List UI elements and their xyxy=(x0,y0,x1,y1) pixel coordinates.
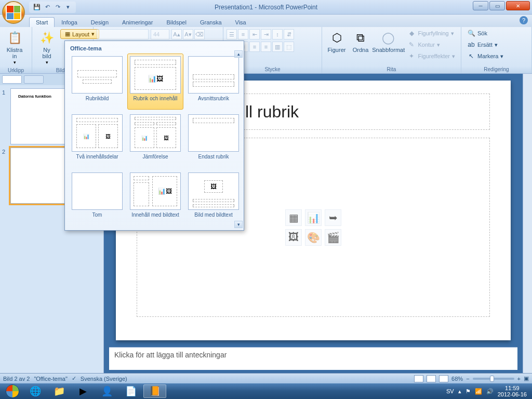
taskbar-powerpoint[interactable]: 📙 xyxy=(143,384,166,398)
qat-save[interactable]: 💾 xyxy=(32,3,42,12)
minimize-button[interactable]: ─ xyxy=(473,1,488,10)
smartart-button[interactable]: ⬚ xyxy=(284,42,294,52)
gallery-heading: Office-tema xyxy=(67,43,242,54)
office-button[interactable] xyxy=(2,1,25,24)
columns-button[interactable]: ▥ xyxy=(272,42,283,52)
font-family-select[interactable] xyxy=(97,29,149,39)
select-button[interactable]: ↖Markera▾ xyxy=(464,51,506,61)
quickstyles-icon: ◯ xyxy=(380,30,397,46)
gallery-item-label: Jämförelse xyxy=(143,154,168,165)
shape-fill-button[interactable]: ◆Figurfyllning▾ xyxy=(405,28,458,38)
shape-outline-button[interactable]: ✎Kontur▾ xyxy=(405,39,458,50)
qat-undo[interactable]: ↶ xyxy=(43,3,52,12)
tray-volume-icon[interactable]: 🔊 xyxy=(486,388,494,395)
insert-picture-icon[interactable]: 🖼 xyxy=(285,229,302,246)
status-slide: Bild 2 av 2 xyxy=(3,376,30,382)
quick-access-toolbar: 💾 ↶ ↷ ▾ xyxy=(29,2,76,13)
tray-language[interactable]: SV xyxy=(446,388,454,394)
sorter-view-button[interactable] xyxy=(427,375,436,382)
start-button[interactable] xyxy=(2,383,23,399)
arrange-button[interactable]: ⧉ Ordna xyxy=(349,28,372,55)
gallery-scroll-up[interactable]: ▴ xyxy=(234,50,243,58)
slideshow-view-button[interactable] xyxy=(439,375,448,382)
layout-innehall-med-bildtext[interactable]: 📊🖼 Innehåll med bildtext xyxy=(127,170,183,226)
tab-infoga[interactable]: Infoga xyxy=(55,17,84,27)
gallery-scroll-down[interactable]: ▾ xyxy=(234,221,243,228)
zoom-out-button[interactable]: − xyxy=(466,376,469,382)
layout-jamforelse[interactable]: 📊🖼 Jämförelse xyxy=(127,112,183,168)
layout-rubrik-och-innehall[interactable]: 📊🖼 Rubrik och innehåll xyxy=(127,54,183,110)
fill-label: Figurfyllning xyxy=(418,30,448,36)
taskbar-ie[interactable]: 🌐 xyxy=(24,384,47,398)
tab-bildspel[interactable]: Bildspel xyxy=(159,17,193,27)
shapes-button[interactable]: ⬡ Figurer xyxy=(325,28,348,55)
vertical-scrollbar[interactable] xyxy=(523,74,532,373)
fit-window-button[interactable]: ▣ xyxy=(524,375,529,382)
insert-media-icon[interactable]: 🎬 xyxy=(325,229,341,246)
normal-view-button[interactable] xyxy=(414,375,423,382)
indent-inc-button[interactable]: ⇥ xyxy=(261,29,271,39)
insert-clipart-icon[interactable]: 🎨 xyxy=(305,229,322,246)
paste-dropdown-icon: ▾ xyxy=(14,60,16,65)
qat-redo[interactable]: ↷ xyxy=(53,3,62,12)
increase-font-icon[interactable]: A▴ xyxy=(171,29,182,39)
tab-start[interactable]: Start xyxy=(29,17,55,27)
replace-icon: ab xyxy=(467,41,475,49)
zoom-slider[interactable] xyxy=(473,378,514,380)
clear-format-icon[interactable]: ⌫ xyxy=(194,29,205,39)
tab-design[interactable]: Design xyxy=(84,17,115,27)
justify-button[interactable]: ≡ xyxy=(261,42,271,52)
slides-tab[interactable] xyxy=(2,75,22,84)
tab-animeringar[interactable]: Animeringar xyxy=(115,17,159,27)
close-button[interactable]: ✕ xyxy=(506,1,530,10)
tab-visa[interactable]: Visa xyxy=(229,17,253,27)
font-size-select[interactable] xyxy=(151,29,169,39)
zoom-level[interactable]: 68% xyxy=(451,376,463,382)
taskbar-explorer[interactable]: 📁 xyxy=(48,384,71,398)
numbering-button[interactable]: ≡ xyxy=(238,29,248,39)
find-button[interactable]: 🔍Sök xyxy=(464,28,506,38)
layout-bild-med-bildtext[interactable]: 🖼 Bild med bildtext xyxy=(185,170,242,226)
layout-rubrikbild[interactable]: Rubrikbild xyxy=(69,54,125,110)
zoom-in-button[interactable]: + xyxy=(517,376,521,382)
new-slide-button[interactable]: ✨ Ny bild ▾ xyxy=(35,28,58,66)
thumb-1-title: Datorns funktion xyxy=(18,94,51,99)
taskbar-word[interactable]: 📄 xyxy=(119,384,142,398)
replace-button[interactable]: abErsätt▾ xyxy=(464,39,506,50)
quickstyles-button[interactable]: ◯ Snabbformat xyxy=(373,28,404,55)
layout-avsnittsrubrik[interactable]: Avsnittsrubrik xyxy=(185,54,242,110)
taskbar-app1[interactable]: 👤 xyxy=(96,384,118,398)
line-spacing-button[interactable]: ↕ xyxy=(272,29,283,39)
layout-tom[interactable]: Tom xyxy=(69,170,125,226)
shape-effects-button[interactable]: ✦Figureffekter▾ xyxy=(405,51,458,61)
indent-dec-button[interactable]: ⇤ xyxy=(249,29,260,39)
insert-chart-icon[interactable]: 📊 xyxy=(305,209,322,226)
tray-date: 2012-06-16 xyxy=(498,391,527,397)
paste-button[interactable]: 📋 Klistra in ▾ xyxy=(3,28,26,66)
spellcheck-icon[interactable]: ✓ xyxy=(72,375,76,382)
tray-flag-icon[interactable]: ⚑ xyxy=(466,388,471,395)
decrease-font-icon[interactable]: A▾ xyxy=(183,29,193,39)
qat-customize[interactable]: ▾ xyxy=(63,3,73,12)
notes-pane[interactable]: Klicka för att lägga till anteckningar xyxy=(109,347,517,370)
gallery-item-label: Rubrik och innehåll xyxy=(133,96,177,107)
quickstyles-label: Snabbformat xyxy=(372,47,405,53)
align-right-button[interactable]: ≡ xyxy=(249,42,260,52)
insert-table-icon[interactable]: ▦ xyxy=(285,209,302,226)
bullets-button[interactable]: ☰ xyxy=(227,29,237,39)
status-language[interactable]: Svenska (Sverige) xyxy=(81,376,127,382)
outline-tab[interactable] xyxy=(24,75,44,84)
tray-network-icon[interactable]: 📶 xyxy=(475,388,482,395)
text-direction-button[interactable]: ⇵ xyxy=(284,29,294,39)
layout-endast-rubrik[interactable]: Endast rubrik xyxy=(185,112,242,168)
tray-clock[interactable]: 11:59 2012-06-16 xyxy=(498,385,527,397)
ribbon-tabs: Start Infoga Design Animeringar Bildspel… xyxy=(0,15,532,27)
fill-icon: ◆ xyxy=(407,29,416,37)
maximize-button[interactable]: ▭ xyxy=(489,1,505,10)
tray-show-hidden-icon[interactable]: ▴ xyxy=(458,388,461,395)
taskbar-mediaplayer[interactable]: ▶ xyxy=(72,384,95,398)
help-button[interactable]: ? xyxy=(520,16,528,24)
tab-granska[interactable]: Granska xyxy=(193,17,229,27)
insert-smartart-icon[interactable]: ➥ xyxy=(325,209,341,226)
layout-tva-innehallsdelar[interactable]: 📊🖼 Två innehållsdelar xyxy=(69,112,125,168)
